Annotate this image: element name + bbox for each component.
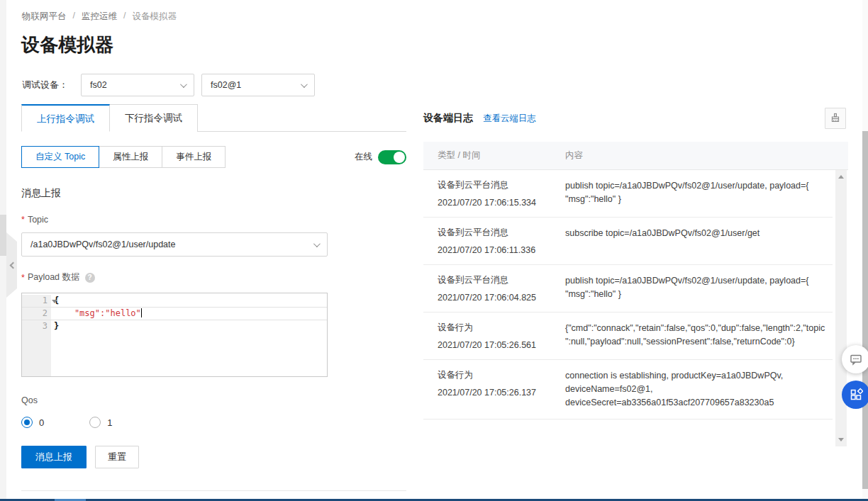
apps-grid-icon [849,388,863,402]
required-marker: * [21,215,25,225]
sidebar-collapse-toggle[interactable] [6,232,17,298]
log-type: 设备行为 [438,369,565,381]
payload-label-text: Payload 数据 [28,271,80,283]
required-marker: * [21,273,25,283]
text-cursor [141,308,142,317]
log-row[interactable]: 设备行为 2021/07/20 17:05:26.561 {"cmd":"con… [423,313,833,360]
topic-select[interactable]: /a1a0JBDwPQv/fs02@1/user/update [21,232,328,257]
line-number: 3 [43,321,48,331]
mini-apps-button[interactable] [842,381,868,409]
breadcrumb-item-monitor[interactable]: 监控运维 [82,11,117,23]
chat-bubble-icon [849,352,863,366]
column-content: 内容 [565,150,848,162]
breadcrumb-separator: / [73,11,75,23]
publish-message-button[interactable]: 消息上报 [21,446,87,468]
mode-custom-topic-button[interactable]: 自定义 Topic [21,146,99,168]
log-time: 2021/07/20 17:06:11.336 [438,245,565,255]
section-divider [21,490,406,491]
reset-button[interactable]: 重置 [95,446,139,468]
log-type: 设备到云平台消息 [438,179,565,191]
topic-select-value: /a1a0JBDwPQv/fs02@1/user/update [30,240,175,249]
log-content: subscribe topic=/a1a0JBDwPQv/fs02@1/user… [565,227,833,255]
editor-line-active: 2 "msg":"hello" [22,307,327,320]
collapsed-sidebar-strip [0,0,6,501]
breadcrumb: 物联网平台 / 监控运维 / 设备模拟器 [22,11,177,23]
qos-radio-0[interactable]: 0 [21,417,44,428]
radio-circle-icon [21,417,33,428]
product-select[interactable]: fs02 [81,74,194,96]
editor-gutter: 1 [22,295,51,307]
log-time: 2021/07/20 17:05:26.561 [438,340,565,350]
qos-label: Qos [21,395,406,405]
log-row[interactable]: 设备行为 2021/07/20 17:05:26.137 connection … [423,360,833,420]
payload-code-editor[interactable]: 1 { 2 "msg":"hello" 3 } [21,293,328,377]
editor-gutter: 2 [22,308,51,320]
page-scrollbar-thumb[interactable] [862,131,868,489]
scroll-up-icon[interactable] [838,175,844,179]
publish-section-title: 消息上报 [21,187,406,200]
tab-uplink-debug[interactable]: 上行指令调试 [21,104,110,132]
clear-logs-button[interactable] [825,108,846,129]
qos-option-label: 0 [39,417,44,428]
log-time: 2021/07/20 17:05:26.137 [438,388,565,398]
action-button-row: 消息上报 重置 [21,446,406,468]
log-panel-title: 设备端日志 [423,112,473,125]
qos-radio-1[interactable]: 1 [89,417,112,428]
code-text: "msg":"hello" [54,308,141,318]
breadcrumb-separator: / [123,11,126,23]
breadcrumb-item-platform[interactable]: 物联网平台 [22,11,67,23]
log-table-scrollbar[interactable] [835,170,847,446]
log-time: 2021/07/20 17:06:15.334 [438,198,565,208]
mode-property-report-button[interactable]: 属性上报 [99,146,162,168]
debug-panel: 上行指令调试 下行指令调试 自定义 Topic 属性上报 事件上报 在线 消息上… [21,104,406,501]
device-select-value: fs02@1 [211,80,241,90]
online-toggle[interactable] [378,150,406,164]
page-scrollbar[interactable] [862,0,868,501]
log-time: 2021/07/20 17:06:04.825 [438,293,565,303]
log-type: 设备到云平台消息 [438,274,565,286]
editor-line: 3 } [22,320,327,332]
log-content: publish topic=/a1a0JBDwPQv/fs02@1/user/u… [565,179,833,208]
log-row[interactable]: 设备到云平台消息 2021/07/20 17:06:11.336 subscri… [423,218,833,265]
editor-gutter [22,332,51,377]
log-content: publish topic=/a1a0JBDwPQv/fs02@1/user/u… [565,274,833,303]
payload-field-label: * Payload 数据 ? [21,271,406,283]
direction-tabs: 上行指令调试 下行指令调试 [21,104,406,132]
device-selector-label: 调试设备： [22,79,68,91]
page-title: 设备模拟器 [21,33,113,57]
qos-option-label: 1 [107,417,112,428]
topic-field-label: * Topic [21,215,406,225]
broom-icon [830,113,841,124]
line-number: 1 [43,295,48,305]
device-log-panel: 设备端日志 查看云端日志 类型 / 时间 内容 设备到云平台消息 2021/07… [423,108,848,420]
scroll-down-icon[interactable] [838,438,844,441]
log-type: 设备到云平台消息 [438,227,565,239]
log-type: 设备行为 [438,322,565,334]
log-header: 设备端日志 查看云端日志 [423,108,848,129]
log-row[interactable]: 设备到云平台消息 2021/07/20 17:06:04.825 publish… [423,265,833,313]
code-text: } [54,321,59,331]
chevron-down-icon [180,81,187,88]
mode-button-row: 自定义 Topic 属性上报 事件上报 在线 [21,146,406,168]
feedback-button[interactable] [842,345,868,373]
sidebar-scrollbar-thumb[interactable] [0,215,6,256]
view-cloud-log-link[interactable]: 查看云端日志 [483,113,536,125]
fold-caret-icon[interactable] [52,300,57,303]
log-table-header: 类型 / 时间 内容 [423,142,848,170]
radio-circle-icon [89,417,101,428]
device-selector-row: 调试设备： fs02 fs02@1 [22,74,315,96]
line-number: 2 [43,308,48,318]
chevron-left-icon [9,261,16,269]
chevron-down-icon [313,240,321,247]
breadcrumb-item-current: 设备模拟器 [132,11,177,23]
product-select-value: fs02 [90,80,107,90]
help-icon[interactable]: ? [85,273,95,283]
log-row[interactable]: 设备到云平台消息 2021/07/20 17:06:15.334 publish… [423,170,833,218]
device-select[interactable]: fs02@1 [201,74,315,96]
tab-downlink-debug[interactable]: 下行指令调试 [110,104,198,132]
column-type-time: 类型 / 时间 [423,150,565,162]
mode-event-report-button[interactable]: 事件上报 [162,146,226,168]
toggle-knob [394,152,405,163]
log-content: {"cmd":"connack","retain":false,"qos":0,… [565,322,833,350]
log-content: connection is establishing, productKey=a… [565,369,833,410]
